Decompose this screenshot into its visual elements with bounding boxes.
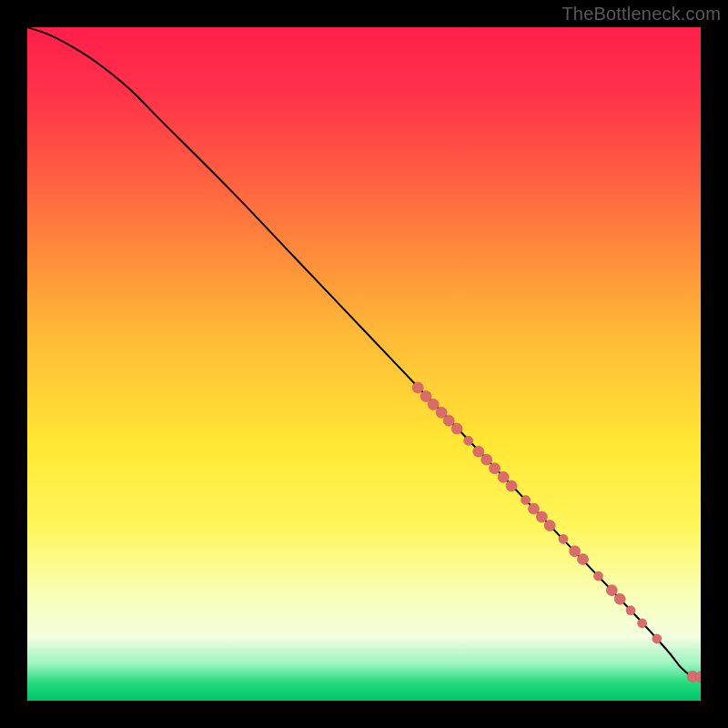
data-marker xyxy=(536,511,547,522)
data-marker xyxy=(652,634,662,643)
data-marker xyxy=(606,585,617,596)
data-marker xyxy=(638,619,647,628)
data-marker xyxy=(443,415,454,426)
data-marker xyxy=(451,423,462,434)
data-marker xyxy=(528,503,539,514)
gradient-background xyxy=(27,27,701,701)
data-marker xyxy=(594,571,603,581)
data-marker xyxy=(614,593,625,604)
data-marker xyxy=(559,534,568,543)
data-marker xyxy=(481,454,492,465)
data-marker xyxy=(428,399,439,410)
chart-stage: TheBottleneck.com xyxy=(0,0,728,728)
chart-svg xyxy=(27,27,701,701)
data-marker xyxy=(506,480,517,491)
data-marker xyxy=(464,436,473,445)
data-marker xyxy=(626,606,635,615)
data-marker xyxy=(473,446,484,457)
data-marker xyxy=(544,521,555,531)
data-marker xyxy=(578,554,589,565)
plot-area xyxy=(27,27,701,701)
data-marker xyxy=(521,495,531,504)
attribution-text: TheBottleneck.com xyxy=(561,4,721,25)
data-marker xyxy=(412,382,423,393)
data-marker xyxy=(490,463,500,474)
data-marker xyxy=(498,471,509,482)
data-marker xyxy=(570,546,581,557)
